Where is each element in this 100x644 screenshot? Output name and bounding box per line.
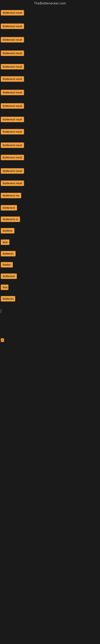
bottleneck-badge[interactable]: Bottleneck result [1, 129, 24, 134]
bottleneck-row: Bottlenec [1, 295, 100, 303]
bottleneck-row: Bott [1, 284, 100, 292]
bottom-section: ≡ [0, 303, 100, 342]
bottleneck-row: Bottleneck result [1, 23, 100, 30]
bottleneck-row: Bottleneck result [1, 180, 100, 188]
bottleneck-badge[interactable]: Bottlenec [1, 296, 15, 302]
bottleneck-badge[interactable]: Bottlen [1, 262, 13, 268]
bottleneck-row: Bottleneck result [1, 102, 100, 110]
bottleneck-badge[interactable]: Bottleneck result [1, 24, 24, 29]
bottleneck-row: Bottleneck result [1, 116, 100, 124]
bottleneck-badge[interactable]: Bottlene [1, 228, 14, 234]
bottleneck-row: Bottleneck [1, 273, 100, 280]
bottleneck-badge[interactable]: Bottlenec [1, 251, 16, 256]
bottleneck-row: Bottleneck re [1, 216, 100, 224]
bottleneck-badge[interactable]: Bottleneck result [1, 50, 24, 56]
bottleneck-row: Bottleneck result [1, 50, 100, 58]
bottleneck-row: Bottleneck [1, 204, 100, 212]
bottleneck-badge[interactable]: Bottleneck result [1, 90, 24, 95]
bottleneck-badge[interactable]: Bottleneck result [1, 76, 24, 82]
bottleneck-list: Bottleneck resultBottleneck resultBottle… [0, 9, 100, 303]
bottleneck-badge[interactable]: Bottleneck result [1, 10, 24, 16]
bottleneck-badge[interactable]: Bott [1, 284, 8, 290]
bottleneck-badge[interactable]: Bottleneck re [1, 216, 20, 222]
bottleneck-row: Bottleneck result [1, 128, 100, 136]
bottleneck-badge[interactable]: Bottleneck [1, 205, 17, 210]
bottleneck-badge[interactable]: Bottleneck result [1, 103, 24, 109]
bottleneck-row: Bottleneck result [1, 89, 100, 97]
bottleneck-row: Bottleneck result [1, 168, 100, 175]
bottleneck-badge[interactable]: Bottleneck result [1, 180, 24, 186]
bottleneck-row: Bottlen [1, 261, 100, 269]
bottleneck-row: Bottlene [1, 227, 100, 235]
bottleneck-badge[interactable]: Bottleneck result [1, 64, 24, 70]
tiny-badge: ≡ [1, 338, 4, 342]
bottleneck-badge[interactable]: Bottleneck [1, 274, 17, 279]
bottleneck-row: Bottleneck result [1, 76, 100, 83]
bottleneck-row: Bottlenec [1, 250, 100, 258]
bottleneck-row: Bottleneck result [1, 154, 100, 162]
bottleneck-row: Bottleneck res [1, 192, 100, 200]
bottleneck-badge[interactable]: Bottleneck result [1, 155, 24, 160]
site-title: TheBottlenecker.com [0, 0, 100, 8]
page-wrapper: TheBottlenecker.com Bottleneck resultBot… [0, 0, 100, 342]
bottleneck-row: Bott [1, 239, 100, 246]
bottleneck-row: Bottleneck result [1, 142, 100, 150]
bottleneck-row: Bottleneck result [1, 63, 100, 71]
bottleneck-badge[interactable]: Bottleneck result [1, 37, 24, 42]
bottleneck-badge[interactable]: Bottleneck result [1, 168, 24, 174]
bottleneck-row: Bottleneck result [1, 36, 100, 44]
bottleneck-row: Bottleneck result [1, 9, 100, 17]
bottleneck-badge[interactable]: Bottleneck res [1, 193, 21, 198]
bottleneck-badge[interactable]: Bottleneck result [1, 142, 24, 148]
bottleneck-badge[interactable]: Bott [1, 240, 9, 245]
bottleneck-badge[interactable]: Bottleneck result [1, 117, 24, 122]
cursor-indicator [1, 309, 1, 313]
